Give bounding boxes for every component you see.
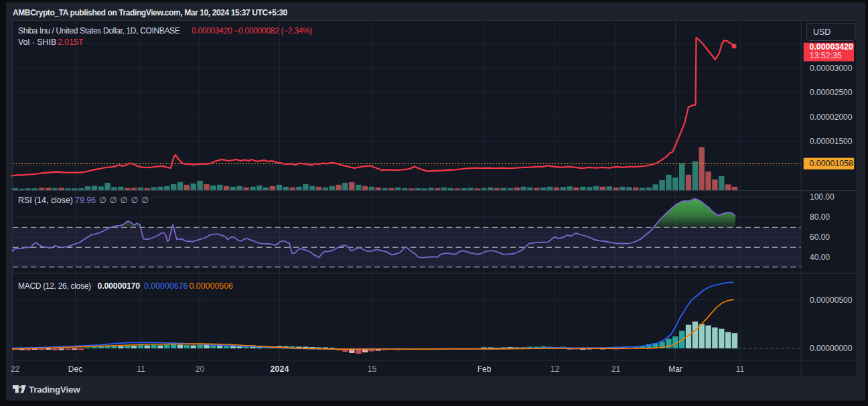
svg-text:0.00003420: 0.00003420 xyxy=(810,42,854,52)
svg-text:0.00002000: 0.00002000 xyxy=(810,113,853,122)
svg-text:MACD (12, 26, close): MACD (12, 26, close) xyxy=(18,281,91,291)
svg-text:21: 21 xyxy=(611,364,621,374)
svg-text:0.00000500: 0.00000500 xyxy=(810,295,853,305)
svg-text:13:52:35: 13:52:35 xyxy=(810,51,842,60)
svg-text:0.00001500: 0.00001500 xyxy=(810,137,853,146)
svg-text:20: 20 xyxy=(196,364,205,374)
svg-text:2.015T: 2.015T xyxy=(58,38,84,47)
svg-text:Dec: Dec xyxy=(68,364,82,374)
svg-text:100.00: 100.00 xyxy=(810,192,835,202)
svg-text:Feb: Feb xyxy=(478,364,492,374)
svg-text:0.00000676: 0.00000676 xyxy=(144,281,188,291)
svg-text:Mar: Mar xyxy=(668,364,682,374)
svg-text:TradingView: TradingView xyxy=(29,385,80,395)
svg-text:80.00: 80.00 xyxy=(810,212,830,222)
svg-text:11: 11 xyxy=(137,364,145,374)
svg-text:AMBCrypto_TA published on Trad: AMBCrypto_TA published on TradingView.co… xyxy=(13,8,288,17)
svg-text:60.00: 60.00 xyxy=(810,232,830,242)
svg-text:USD: USD xyxy=(813,27,830,37)
svg-text:0.00003420 −0.00000082 (−2.34: 0.00003420 −0.00000082 (−2.34%) xyxy=(192,26,313,36)
svg-text:79.96: 79.96 xyxy=(75,196,96,205)
svg-text:RSI (14, close): RSI (14, close) xyxy=(18,196,73,205)
svg-text:Shiba Inu / United States Doll: Shiba Inu / United States Dollar, 1D, CO… xyxy=(18,26,180,36)
svg-text:15: 15 xyxy=(368,364,377,374)
svg-text:Vol · SHIB: Vol · SHIB xyxy=(18,38,56,47)
svg-text:0.00000000: 0.00000000 xyxy=(810,344,853,353)
svg-text:11: 11 xyxy=(736,364,745,374)
svg-text:0.00002500: 0.00002500 xyxy=(810,88,853,97)
svg-text:0.00000506: 0.00000506 xyxy=(190,281,234,291)
svg-text:22: 22 xyxy=(11,364,20,374)
svg-text:12: 12 xyxy=(551,364,560,374)
svg-text:2024: 2024 xyxy=(271,364,289,374)
svg-text:0.00003000: 0.00003000 xyxy=(810,64,853,73)
svg-text:0.00000170: 0.00000170 xyxy=(98,281,141,291)
svg-text:40.00: 40.00 xyxy=(810,253,830,262)
svg-text:∅ ∅ ∅ ∅ ∅: ∅ ∅ ∅ ∅ ∅ xyxy=(99,196,149,205)
svg-text:0.00001058: 0.00001058 xyxy=(810,159,854,168)
